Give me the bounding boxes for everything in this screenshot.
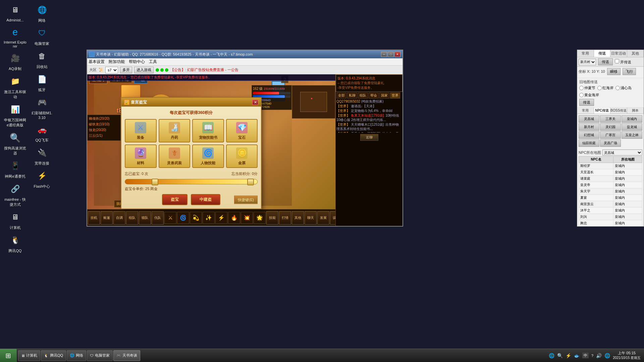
- taskbar-help-icon[interactable]: ?: [591, 354, 593, 358]
- skill-slot-1[interactable]: ⚔: [164, 212, 176, 224]
- npc-row-9[interactable]: 舞忠 皇城内: [579, 220, 642, 227]
- toolbar-jibenshezhi[interactable]: 基本设置: [89, 59, 105, 65]
- radio-yongxindao[interactable]: 涌心岛: [615, 85, 632, 90]
- orp-teleport-top-btn[interactable]: 传送: [598, 58, 613, 65]
- chat-tab-guild[interactable]: 帮会: [369, 93, 379, 99]
- close-btn[interactable]: ✕: [394, 52, 400, 57]
- slider-thumb-left[interactable]: [152, 179, 158, 185]
- item-cell-petbook[interactable]: 📖 宠物技能书: [192, 119, 224, 142]
- taskbar-tray-search[interactable]: 🔍: [557, 353, 563, 358]
- game-scene[interactable]: 皇城内 X 57 Y 45 一线 ? 162 级 231939/221939: [87, 74, 335, 226]
- server-select[interactable]: s7: [105, 67, 118, 73]
- btn-move[interactable]: 瞬移: [607, 68, 621, 75]
- desktop-icon-shenwange[interactable]: 📱 神网e通赛托: [3, 159, 27, 179]
- desktop-icon-mainfree[interactable]: 🔗 mainfree - 快捷方式: [3, 182, 27, 207]
- orp-grid-btn-7[interactable]: 广寒宫: [600, 131, 621, 139]
- maximize-btn[interactable]: □: [388, 52, 394, 57]
- npc-row-3[interactable]: 皇灵帝 皇城内: [579, 182, 642, 188]
- orp-grid-btn-6[interactable]: 幻想城: [579, 131, 599, 139]
- radio-zhongxiajie[interactable]: 仲夏节: [579, 85, 595, 90]
- start-button[interactable]: ⊞: [0, 349, 17, 362]
- taskbar-item-2[interactable]: 🌐 网络: [67, 350, 86, 361]
- orp-grid-btn-9[interactable]: 仙踪前庭: [579, 139, 599, 147]
- taskbar-item-1[interactable]: 🐧 腾讯QQ: [41, 350, 66, 361]
- desktop-icon-recycle[interactable]: 🗑 回收站: [30, 50, 54, 69]
- desktop-icon-huanying[interactable]: 🎮 幻影辅助M1.3.10: [30, 96, 54, 120]
- taskbar-item-0[interactable]: 🖥 计算机: [18, 350, 40, 361]
- item-cell-equipment[interactable]: ⚔ 装备: [125, 119, 157, 142]
- btn-liaotian[interactable]: 聊天: [305, 211, 317, 225]
- orp-tab2-script[interactable]: 脚本: [627, 108, 644, 114]
- toolbar-bangzhuzhongxin[interactable]: 帮助中心: [129, 59, 145, 65]
- orp-grid-btn-5[interactable]: 盐龙城: [622, 123, 642, 131]
- orp-tab-other[interactable]: 其他: [627, 50, 644, 57]
- popup-slider[interactable]: [125, 179, 258, 184]
- desktop-icon-sogou[interactable]: 🔍 搜狗高速浏览器: [3, 131, 27, 156]
- desktop-icon-qq[interactable]: 🐧 腾讯QQ: [3, 234, 27, 253]
- slider-thumb-right[interactable]: [247, 179, 254, 185]
- desktop-icon-foxya[interactable]: 📄 狐牙: [30, 73, 54, 93]
- orp-map-select[interactable]: 灵昌城: [602, 149, 642, 156]
- orp-open-checkbox[interactable]: [615, 59, 619, 63]
- orp-tab2-boss[interactable]: BOSS传送: [610, 108, 627, 114]
- monster-yuanhuntie[interactable]: 幽魂铁(20/20): [89, 116, 119, 121]
- desktop-icon-administrator[interactable]: 🖥 Administ...: [3, 3, 27, 22]
- npc-row-8[interactable]: 刘兴 皇城内: [579, 214, 642, 220]
- item-cell-skill[interactable]: 🌀 人物技能: [192, 144, 224, 168]
- npc-row-5[interactable]: 夏宴 皇城内: [579, 195, 642, 201]
- orp-grid-btn-1[interactable]: 三界关: [600, 115, 621, 123]
- npc-row-6[interactable]: 南宣羡云 皇城内: [579, 201, 642, 207]
- btn-choudui[interactable]: 仇队: [152, 211, 164, 225]
- desktop-icon-pcmanager[interactable]: 🛡 电脑管家: [30, 26, 54, 46]
- taskbar-tray-game[interactable]: 🐟: [574, 353, 580, 358]
- btn-auto-steal[interactable]: 中建盗: [191, 194, 220, 205]
- orp-grid-btn-8[interactable]: 玉皇之林: [622, 131, 642, 139]
- announcement-text[interactable]: 【公告】: 幻影广告投钻免费直播 - 一公告: [170, 67, 238, 72]
- btn-fazhan[interactable]: 发展: [317, 211, 329, 225]
- orp-grid-btn-3[interactable]: 新月村: [579, 123, 599, 131]
- monster-jiangyun[interactable]: 江云(1/1): [89, 133, 119, 138]
- btn-jinneng[interactable]: 技能: [266, 211, 278, 225]
- taskbar-tray-ie[interactable]: 🌐: [549, 353, 554, 358]
- enter-game-btn[interactable]: 进入游戏: [134, 67, 154, 73]
- taskbar-ime-indicator[interactable]: 中: [582, 353, 589, 358]
- toolbar-fujiagongneng[interactable]: 附加功能: [109, 59, 125, 65]
- taskbar-game-window[interactable]: 🎮 天书奇谈: [113, 350, 140, 361]
- btn-fly[interactable]: 飞行: [623, 68, 636, 75]
- orp-tab-teleport[interactable]: 传送: [594, 50, 611, 57]
- item-cell-beast[interactable]: 🗡 灵兽武装: [159, 144, 191, 168]
- skill-slot-8[interactable]: 🌟: [254, 212, 266, 224]
- orp-teleport-btn[interactable]: 传送: [579, 99, 594, 106]
- btn-daiqing[interactable]: 打情: [279, 211, 291, 225]
- orp-grid-btn-2[interactable]: 皇城内: [622, 115, 642, 123]
- taskbar-tray-flash[interactable]: ⚡: [566, 353, 571, 358]
- chat-tab-all[interactable]: 全部: [336, 93, 346, 99]
- item-cell-ticket[interactable]: 🪙 金票: [226, 144, 258, 168]
- desktop-icon-flash[interactable]: ⚡ Flash中心: [30, 169, 54, 189]
- open-btn[interactable]: 多开: [120, 67, 132, 73]
- btn-maodui[interactable]: 猫队: [139, 211, 151, 225]
- npc-row-0[interactable]: 斯经罗 皇城内: [579, 163, 642, 169]
- orp-tab-common[interactable]: 常用: [577, 50, 594, 57]
- skill-slot-7[interactable]: 💥: [241, 212, 253, 224]
- taskbar-network-icon[interactable]: 🌐: [604, 353, 610, 358]
- chat-tab-private[interactable]: 私聊: [347, 93, 357, 99]
- orp-tab2-common[interactable]: 常用: [577, 108, 594, 114]
- orp-tab2-npc[interactable]: NPC传送: [594, 108, 611, 114]
- desktop-icon-computer[interactable]: 🖥 计算机: [3, 210, 27, 230]
- npc-row-2[interactable]: 请菜庭 皇城内: [579, 176, 642, 182]
- toolbar-gongju[interactable]: 工具: [149, 59, 157, 65]
- skill-slot-3[interactable]: 💫: [190, 212, 202, 224]
- desktop-icon-activate[interactable]: 📁 激活工具和驱动: [3, 75, 27, 100]
- orp-grid-btn-0[interactable]: 灵昌城: [579, 115, 599, 123]
- skill-slot-2[interactable]: 🌀: [177, 212, 189, 224]
- desktop-icon-network[interactable]: 🌐 网络: [30, 3, 54, 23]
- skill-slot-4[interactable]: ✨: [203, 212, 215, 224]
- chat-tab-nation[interactable]: 国家: [379, 93, 389, 99]
- desktop-icon-ie[interactable]: e Internet Explorer: [3, 25, 27, 48]
- btn-shortcut[interactable]: 快捷键(E): [234, 195, 258, 204]
- btn-steal[interactable]: 盗宝: [162, 194, 187, 205]
- desktop-icon-broadband[interactable]: 🔌 宽带连接: [30, 146, 54, 166]
- npc-row-1[interactable]: 天至遥长 皇城内: [579, 169, 642, 176]
- skill-slot-5[interactable]: ⚡: [215, 212, 227, 224]
